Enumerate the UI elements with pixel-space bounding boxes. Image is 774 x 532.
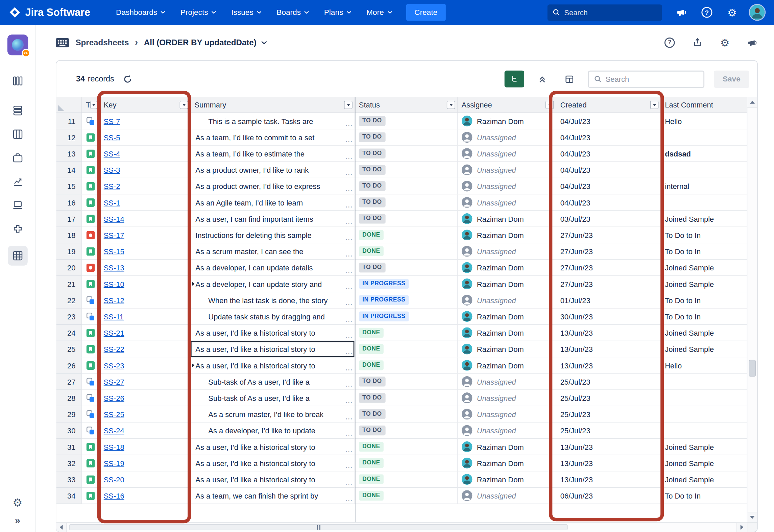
row-number-cell[interactable]: 14 [56,162,82,178]
briefcase-icon[interactable] [8,151,27,165]
issue-key-link[interactable]: SS-10 [104,280,124,288]
row-number-cell[interactable]: 22 [56,292,82,309]
issue-key-cell[interactable]: SS-27 [100,374,191,390]
row-number-cell[interactable]: 26 [56,357,82,373]
created-cell[interactable]: 04/Jul/23 [556,146,661,162]
summary-cell[interactable]: Update task status by dragging and⋯ [191,309,355,325]
issue-type-cell[interactable] [82,162,100,178]
horizontal-scrollbar[interactable] [56,522,747,532]
created-cell[interactable]: 13/Jun/23 [556,455,661,471]
assignee-cell[interactable]: Unassigned [458,374,556,390]
issue-key-cell[interactable]: SS-13 [100,260,191,276]
issue-type-cell[interactable] [82,488,100,504]
created-cell[interactable]: 04/Jul/23 [556,178,661,194]
view-selector[interactable]: All (ORDER BY updatedDate) [144,38,267,47]
created-cell[interactable]: 03/Jul/23 [556,211,661,227]
issue-type-cell[interactable] [82,113,100,129]
issue-type-cell[interactable] [82,276,100,292]
create-button[interactable]: Create [406,4,446,21]
refresh-button[interactable] [123,74,132,84]
summary-cell[interactable]: As a developer, I can update story and⋯ [191,276,355,292]
breadcrumb-spreadsheets[interactable]: Spreadsheets [75,38,129,47]
issue-key-cell[interactable]: SS-1 [100,194,191,211]
last-comment-cell[interactable]: dsdsad [661,146,747,162]
status-cell[interactable]: DONE [355,227,458,243]
row-number-cell[interactable]: 25 [56,341,82,357]
board-icon[interactable] [8,74,27,88]
status-cell[interactable]: DONE [355,357,458,373]
expand-sidebar-icon[interactable]: » [15,515,20,525]
issue-key-cell[interactable]: SS-21 [100,325,191,341]
status-cell[interactable]: IN PROGRESS [355,309,458,325]
issue-key-link[interactable]: SS-25 [104,410,124,418]
last-comment-cell[interactable]: To Do to In [661,309,747,325]
row-number-cell[interactable]: 32 [56,455,82,471]
issue-type-cell[interactable] [82,260,100,276]
issue-key-cell[interactable]: SS-26 [100,390,191,406]
issue-key-cell[interactable]: SS-3 [100,162,191,178]
status-cell[interactable]: TO DO [355,422,458,439]
puzzle-icon[interactable] [8,222,27,236]
assignee-cell[interactable]: Unassigned [458,129,556,146]
issue-type-cell[interactable] [82,471,100,488]
assignee-cell[interactable]: Unassigned [458,146,556,162]
assignee-cell[interactable]: Raziman Dom [458,276,556,292]
sidebar-settings-icon[interactable]: ⚙ [13,498,22,508]
last-comment-cell[interactable]: Hello [661,357,747,373]
assignee-cell[interactable]: Unassigned [458,422,556,439]
save-button[interactable]: Save [714,70,749,88]
col-header-last-comment[interactable]: Last Comment [661,97,747,113]
share-icon[interactable] [693,38,702,47]
row-number-cell[interactable]: 24 [56,325,82,341]
last-comment-cell[interactable]: Joined Sample [661,276,747,292]
row-number-cell[interactable]: 17 [56,211,82,227]
issue-key-cell[interactable]: SS-2 [100,178,191,194]
horizontal-scroll-thumb[interactable] [69,524,567,530]
assignee-cell[interactable]: Unassigned [458,194,556,211]
last-comment-cell[interactable]: Joined Sample [661,455,747,471]
status-cell[interactable]: TO DO [355,146,458,162]
issue-key-cell[interactable]: SS-18 [100,439,191,455]
issue-type-cell[interactable] [82,292,100,309]
frozen-pane-divider[interactable] [355,97,355,522]
help-icon[interactable]: ? [699,4,715,20]
issue-type-cell[interactable] [82,374,100,390]
assignee-cell[interactable]: Raziman Dom [458,471,556,488]
last-comment-cell[interactable]: Joined Sample [661,341,747,357]
created-cell[interactable]: 13/Jun/23 [556,325,661,341]
status-cell[interactable]: TO DO [355,260,458,276]
issue-key-cell[interactable]: SS-7 [100,113,191,129]
column-dropdown-button[interactable] [447,101,455,109]
issue-type-cell[interactable] [82,406,100,422]
created-cell[interactable]: 27/Jun/23 [556,243,661,260]
summary-cell[interactable]: As a scrum master, I can see the⋯ [191,243,355,260]
created-cell[interactable]: 04/Jul/23 [556,162,661,178]
assignee-cell[interactable]: Unassigned [458,243,556,260]
column-dropdown-button[interactable] [344,101,353,109]
last-comment-cell[interactable]: Joined Sample [661,471,747,488]
stack-icon[interactable] [8,104,27,118]
row-number-cell[interactable]: 11 [56,113,82,129]
summary-cell[interactable]: As a product owner, I’d like to express⋯ [191,178,355,194]
row-number-cell[interactable]: 13 [56,146,82,162]
issue-key-cell[interactable]: SS-25 [100,406,191,422]
issue-key-link[interactable]: SS-7 [104,117,120,125]
jira-logo[interactable]: Jira Software [9,6,90,18]
laptop-icon[interactable] [8,198,27,212]
summary-cell[interactable]: As a team, I’d like to commit to a set⋯ [191,129,355,146]
column-dropdown-button[interactable] [650,101,658,109]
issue-type-cell[interactable] [82,129,100,146]
issue-key-link[interactable]: SS-24 [104,426,124,435]
issue-key-link[interactable]: SS-21 [104,329,124,337]
issue-key-cell[interactable]: SS-19 [100,455,191,471]
status-cell[interactable]: IN PROGRESS [355,276,458,292]
created-cell[interactable]: 25/Jul/23 [556,406,661,422]
expand-caret-icon[interactable] [192,282,194,286]
vertical-scroll-thumb[interactable] [749,360,756,377]
issue-type-cell[interactable] [82,455,100,471]
last-comment-cell[interactable]: Joined Sample [661,211,747,227]
created-cell[interactable]: 13/Jun/23 [556,439,661,455]
status-cell[interactable]: TO DO [355,178,458,194]
help-icon[interactable]: ? [664,37,675,48]
summary-cell[interactable]: Sub-task of As a user, I’d like a⋯ [191,374,355,390]
